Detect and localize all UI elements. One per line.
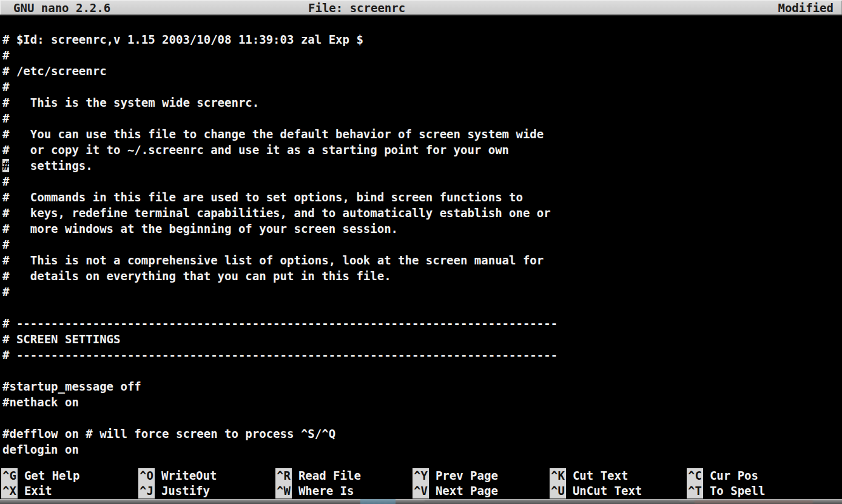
editor-line: #defflow on # will force screen to proce… [2, 426, 842, 442]
shortcut-key-badge: ^V [413, 483, 429, 499]
editor-line: # This is not a comprehensive list of op… [2, 252, 842, 268]
editor-line: # keys, redefine terminal capabilities, … [2, 205, 842, 221]
editor-line: # $Id: screenrc,v 1.15 2003/10/08 11:39:… [2, 32, 842, 47]
editor-line: # --------------------------------------… [2, 315, 842, 331]
editor-line: # This is the system wide screenrc. [2, 95, 842, 110]
shortcut-label: Justify [161, 484, 210, 497]
editor-line: # or copy it to ~/.screenrc and use it a… [2, 142, 842, 158]
shortcut-key-badge: ^G [1, 468, 18, 483]
background-window-sliver [0, 499, 842, 504]
shortcut-key-badge: ^Y [413, 468, 429, 483]
shortcut-label: UnCut Text [573, 484, 642, 497]
background-sliver-red [695, 500, 813, 503]
shortcut-key-badge: ^O [138, 468, 155, 483]
shortcut-row: ^GGet Help^OWriteOut^RRead File^YPrev Pa… [1, 468, 842, 483]
editor-line: # Commands in this file are used to set … [2, 189, 842, 205]
shortcut-key-badge: ^C [687, 468, 703, 483]
shortcut-key-badge: ^K [550, 468, 566, 483]
editor-line: # [2, 47, 842, 63]
editor-line: # [2, 110, 842, 126]
shortcut-cur-pos: ^CCur Pos [687, 468, 842, 483]
editor-line: # more windows at the beginning of your … [2, 221, 842, 237]
editor-line [2, 410, 842, 426]
file-name-label: File: screenrc [308, 1, 405, 15]
editor-line: # [2, 237, 842, 252]
shortcut-help-bar: ^GGet Help^OWriteOut^RRead File^YPrev Pa… [1, 468, 842, 499]
editor-line: #nethack on [2, 394, 842, 410]
shortcut-prev-page: ^YPrev Page [413, 468, 550, 483]
shortcut-exit: ^XExit [1, 483, 138, 499]
editor-line: # [2, 173, 842, 189]
shortcut-to-spell: ^TTo Spell [687, 483, 842, 499]
shortcut-key-badge: ^X [1, 483, 18, 499]
text-cursor: # [2, 159, 9, 172]
editor-line: deflogin on [2, 442, 842, 457]
shortcut-label: Exit [24, 484, 52, 497]
shortcut-label: To Spell [710, 484, 766, 497]
editor-line: #startup_message off [2, 378, 842, 394]
shortcut-get-help: ^GGet Help [1, 468, 138, 483]
editor-line: # SCREEN SETTINGS [2, 331, 842, 347]
shortcut-label: Where Is [298, 484, 354, 497]
background-sliver-blue [360, 499, 396, 504]
shortcut-justify: ^JJustify [138, 483, 275, 499]
nano-version-label: GNU nano 2.2.6 [13, 1, 110, 15]
editor-line: # [2, 284, 842, 300]
editor-line: # --------------------------------------… [2, 347, 842, 363]
shortcut-label: Get Help [24, 469, 80, 482]
shortcut-next-page: ^VNext Page [413, 483, 550, 499]
shortcut-row: ^XExit^JJustify^WWhere Is^VNext Page^UUn… [1, 483, 842, 499]
shortcut-read-file: ^RRead File [275, 468, 413, 483]
shortcut-writeout: ^OWriteOut [138, 468, 275, 483]
shortcut-key-badge: ^U [550, 483, 566, 499]
shortcut-label: Cut Text [573, 469, 628, 482]
editor-line: # You can use this file to change the de… [2, 126, 842, 142]
shortcut-label: Prev Page [436, 469, 498, 482]
shortcut-label: Next Page [436, 484, 498, 497]
terminal-window[interactable]: GNU nano 2.2.6 File: screenrc Modified #… [0, 0, 842, 504]
shortcut-key-badge: ^T [687, 483, 703, 499]
editor-line [2, 300, 842, 315]
shortcut-key-badge: ^J [138, 483, 155, 499]
shortcut-label: Cur Pos [710, 469, 758, 482]
shortcut-label: Read File [298, 469, 361, 482]
editor-area[interactable]: # $Id: screenrc,v 1.15 2003/10/08 11:39:… [2, 32, 842, 457]
editor-line: # [2, 79, 842, 95]
shortcut-where-is: ^WWhere Is [275, 483, 413, 499]
shortcut-cut-text: ^KCut Text [550, 468, 687, 483]
shortcut-uncut-text: ^UUnCut Text [550, 483, 687, 499]
nano-titlebar: GNU nano 2.2.6 File: screenrc Modified [0, 0, 842, 16]
background-sliver-smudge [425, 500, 679, 503]
editor-line: # details on everything that you can put… [2, 268, 842, 284]
shortcut-label: WriteOut [161, 469, 217, 482]
editor-line: # /etc/screenrc [2, 63, 842, 79]
editor-line: # settings. [2, 158, 842, 173]
modified-indicator: Modified [778, 1, 834, 15]
shortcut-key-badge: ^R [275, 468, 292, 483]
editor-line [2, 363, 842, 378]
shortcut-key-badge: ^W [275, 483, 292, 499]
